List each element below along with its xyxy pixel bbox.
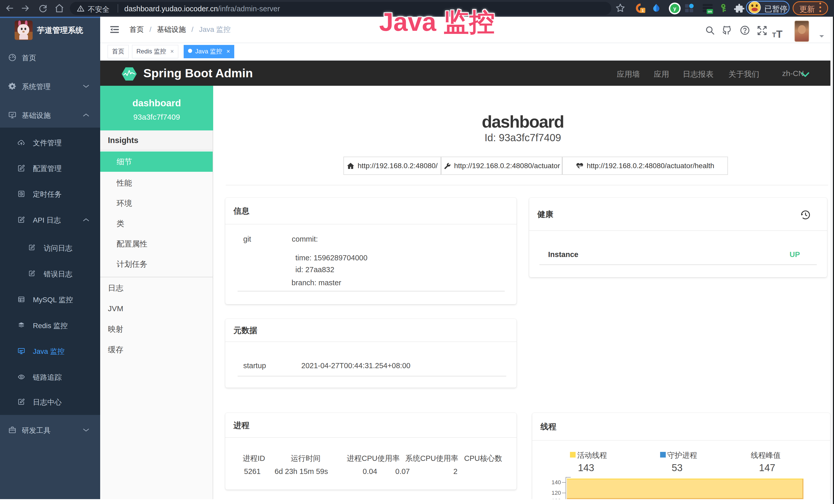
svg-text:y: y [673,5,676,11]
svg-text:on: on [708,9,712,13]
svg-text:1: 1 [642,8,644,13]
